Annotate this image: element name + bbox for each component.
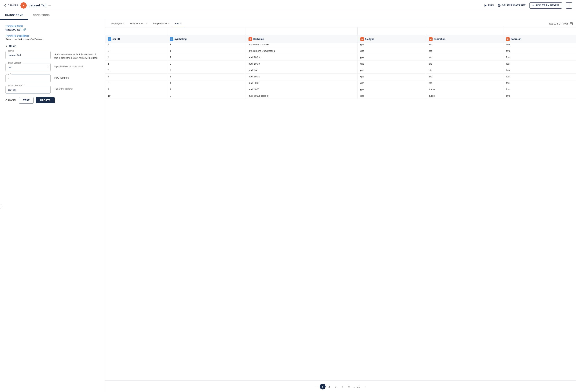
name-field-container: Name (5, 51, 51, 60)
name-input[interactable] (5, 51, 51, 59)
close-only-nume-tab-icon[interactable]: ✕ (146, 22, 148, 25)
dataset-tab-car[interactable]: car ✕ (173, 20, 185, 27)
page-2-button[interactable]: 2 (326, 384, 332, 390)
table-row: 62audi foxgasstdtwo (105, 67, 576, 74)
page-4-button[interactable]: 4 (340, 384, 346, 390)
input-dataset-help: Input Dataset to show head (55, 63, 100, 71)
table-container: L car_ID L symboling A (105, 28, 576, 380)
dataset-tab-temperature[interactable]: temperature ✕ (150, 20, 173, 27)
update-button[interactable]: UPDATE (36, 97, 55, 103)
table-row: 100audi 5000s (diesel)gasturbotwo (105, 93, 576, 99)
table-cell: 2 (167, 67, 246, 74)
basic-section-header: ▲ Basic (5, 45, 99, 48)
dataset-tabs: employee ✕ only_nume... ✕ temperature ✕ … (105, 20, 576, 28)
input-dataset-form-group: Input Dataset * car ▾ Input Dataset to s… (5, 63, 99, 71)
test-button[interactable]: TEST (19, 97, 33, 104)
table-cell: gas (357, 67, 426, 74)
n-field-help: Row numbers (55, 75, 100, 82)
header: CANVAS ✓ dataset Tail ✏ RUN SELECT DATAS… (0, 0, 576, 11)
table-cell: gas (357, 80, 426, 86)
table-cell: std (426, 48, 503, 54)
n-field-container: n * (5, 75, 51, 82)
transform-desc-label: Transform Description (5, 35, 99, 37)
table-cell: audi 4000 (246, 86, 357, 93)
table-cell: 8 (105, 80, 167, 86)
table-row: 42audi 100 lsgasstdfour (105, 54, 576, 61)
page-5-button[interactable]: 5 (346, 384, 352, 390)
table-cell: four (503, 74, 576, 80)
page-10-button[interactable]: 10 (355, 384, 361, 390)
dataset-tab-employee[interactable]: employee ✕ (108, 20, 127, 27)
page-3-button[interactable]: 3 (333, 384, 339, 390)
table-cell: std (426, 80, 503, 86)
n-input[interactable] (5, 75, 51, 82)
table-cell: 1 (167, 86, 246, 93)
col-header-fueltype: A fueltype (357, 35, 426, 43)
action-buttons: CANCEL TEST UPDATE (5, 97, 99, 104)
tab-transforms[interactable]: TRANSFORMS (0, 11, 28, 20)
canvas-label: CANVAS (8, 4, 18, 7)
dataset-tab-only-nume[interactable]: only_nume... ✕ (127, 20, 150, 27)
cancel-button[interactable]: CANCEL (5, 99, 17, 102)
close-employee-tab-icon[interactable]: ✕ (123, 22, 125, 25)
table-cell: std (426, 54, 503, 61)
table-cell: four (503, 80, 576, 86)
table-row: 52audi 100lsgasstdfour (105, 61, 576, 67)
table-cell: std (426, 74, 503, 80)
output-dataset-label: Output Dataset * (7, 84, 25, 86)
edit-icon[interactable]: ✏ (48, 4, 51, 7)
table-cell: 10 (105, 93, 167, 99)
output-dataset-form-group: Output Dataset * Tail of the Dataset (5, 86, 99, 94)
dataset-icon: ✓ (20, 2, 27, 9)
table-cell: 4 (105, 54, 167, 61)
table-cell: four (503, 54, 576, 61)
right-panel: employee ✕ only_nume... ✕ temperature ✕ … (105, 20, 576, 392)
tab-conditions[interactable]: CONDITIONS (28, 11, 55, 20)
prev-page-button[interactable]: ‹ (313, 384, 319, 390)
next-page-button[interactable]: › (362, 384, 368, 390)
table-cell: 7 (105, 74, 167, 80)
table-cell: two (503, 48, 576, 54)
name-form-group: Name Add a custom name for this transfor… (5, 51, 99, 60)
table-cell: audi 100 ls (246, 54, 357, 61)
col-type-badge-fueltype: A (360, 37, 364, 41)
chevron-up-icon: ▲ (5, 45, 8, 48)
table-cell: gas (357, 48, 426, 54)
transform-description: Return the last n row of a Dataset (5, 38, 99, 41)
n-field-label: n * (7, 73, 11, 75)
left-panel: ‹ Transform Name dataset Tail 🔗 Transfor… (0, 20, 105, 392)
table-row: 31alfa-romero Quadrifogliogasstdtwo (105, 48, 576, 54)
output-dataset-input[interactable] (5, 86, 51, 94)
more-options-button[interactable]: ⋮ (566, 2, 572, 9)
run-button[interactable]: RUN (484, 4, 494, 7)
table-cell: 6 (105, 67, 167, 74)
add-transform-button[interactable]: + ADD TRANSFORM (529, 2, 562, 9)
col-header-symboling: L symboling (167, 35, 246, 43)
input-dataset-select[interactable]: car (5, 63, 51, 71)
page-1-button[interactable]: 1 (320, 384, 326, 390)
canvas-link[interactable]: CANVAS (4, 4, 18, 7)
col-type-badge-carname: A (249, 37, 252, 41)
table-cell: audi 5000s (diesel) (246, 93, 357, 99)
main-layout: ‹ Transform Name dataset Tail 🔗 Transfor… (0, 20, 576, 392)
table-cell: 2 (167, 61, 246, 67)
output-dataset-field-container: Output Dataset * (5, 86, 51, 94)
table-cell: 5 (105, 61, 167, 67)
close-temperature-tab-icon[interactable]: ✕ (168, 22, 170, 25)
pagination: ‹ 1 2 3 4 5 ... 10 › (105, 380, 576, 392)
table-cell: two (503, 67, 576, 74)
header-left: CANVAS ✓ dataset Tail ✏ (4, 2, 484, 9)
input-dataset-label: Input Dataset * (7, 62, 23, 64)
transform-name-value: dataset Tail 🔗 (5, 28, 99, 31)
select-dataset-button[interactable]: SELECT DATASET (498, 4, 525, 7)
output-dataset-help: Tail of the Dataset (55, 86, 100, 94)
input-dataset-field-container: Input Dataset * car ▾ (5, 63, 51, 71)
close-car-tab-icon[interactable]: ✕ (180, 22, 182, 25)
name-field-help: Add a custom name for this transform. If… (55, 51, 100, 60)
col-type-badge-aspiration: A (429, 37, 432, 41)
table-settings-button[interactable]: TABLE SETTINGS (549, 22, 573, 25)
table-cell: 1 (167, 74, 246, 80)
table-row: 91audi 4000gasturbofour (105, 86, 576, 93)
table-cell: 2 (167, 54, 246, 61)
collapse-panel-button[interactable]: ‹ (0, 204, 2, 209)
